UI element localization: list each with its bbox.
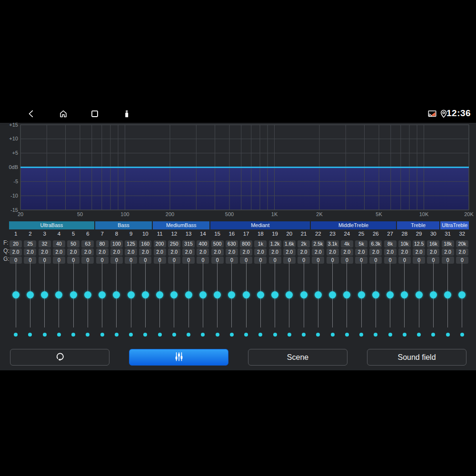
eq-band-slider-11[interactable] xyxy=(153,261,167,339)
eq-band-slider-31[interactable] xyxy=(441,261,455,339)
band-dot[interactable] xyxy=(288,333,291,337)
band-dot[interactable] xyxy=(201,333,205,337)
eq-band-slider-28[interactable] xyxy=(397,261,412,339)
equalizer-button[interactable] xyxy=(129,349,228,366)
band-dot[interactable] xyxy=(57,333,61,337)
home-button[interactable] xyxy=(58,109,69,119)
slider-knob[interactable] xyxy=(271,291,278,298)
band-dot[interactable] xyxy=(359,333,363,337)
band-dot[interactable] xyxy=(14,333,18,337)
scene-button[interactable]: Scene xyxy=(248,349,347,366)
band-dot[interactable] xyxy=(187,333,190,337)
sound-field-button[interactable]: Sound field xyxy=(367,349,466,366)
slider-knob[interactable] xyxy=(430,291,437,298)
band-dot[interactable] xyxy=(230,333,234,337)
band-dot[interactable] xyxy=(403,333,407,337)
band-dot[interactable] xyxy=(316,333,320,337)
eq-band-slider-30[interactable] xyxy=(426,261,440,339)
slider-knob[interactable] xyxy=(358,291,365,298)
eq-band-slider-22[interactable] xyxy=(311,261,325,339)
slider-knob[interactable] xyxy=(416,291,423,298)
slider-knob[interactable] xyxy=(156,291,163,298)
slider-knob[interactable] xyxy=(315,291,322,298)
eq-band-slider-15[interactable] xyxy=(210,261,225,339)
band-dot[interactable] xyxy=(129,333,133,337)
eq-band-slider-25[interactable] xyxy=(354,261,368,339)
slider-knob[interactable] xyxy=(27,291,34,298)
slider-knob[interactable] xyxy=(257,291,264,298)
band-dot[interactable] xyxy=(388,333,392,337)
band-dot[interactable] xyxy=(446,333,450,337)
eq-band-slider-16[interactable] xyxy=(225,261,239,339)
slider-knob[interactable] xyxy=(214,291,221,298)
slider-knob[interactable] xyxy=(142,291,149,298)
slider-knob[interactable] xyxy=(113,291,120,298)
eq-band-slider-1[interactable] xyxy=(9,261,23,339)
slider-knob[interactable] xyxy=(329,291,336,298)
slider-knob[interactable] xyxy=(401,291,408,298)
eq-band-slider-9[interactable] xyxy=(124,261,138,339)
slider-knob[interactable] xyxy=(41,291,48,298)
eq-band-slider-19[interactable] xyxy=(268,261,282,339)
band-dot[interactable] xyxy=(374,333,377,337)
eq-band-slider-6[interactable] xyxy=(80,261,95,339)
slider-knob[interactable] xyxy=(228,291,235,298)
eq-band-slider-14[interactable] xyxy=(196,261,210,339)
band-dot[interactable] xyxy=(345,333,349,337)
slider-knob[interactable] xyxy=(387,291,394,298)
eq-band-slider-23[interactable] xyxy=(326,261,340,339)
band-dot[interactable] xyxy=(244,333,248,337)
slider-knob[interactable] xyxy=(70,291,77,298)
usb-icon[interactable] xyxy=(121,109,132,119)
eq-band-slider-2[interactable] xyxy=(23,261,37,339)
eq-band-slider-12[interactable] xyxy=(167,261,181,339)
band-dot[interactable] xyxy=(417,333,421,337)
band-dot[interactable] xyxy=(431,333,435,337)
eq-band-slider-27[interactable] xyxy=(383,261,397,339)
slider-knob[interactable] xyxy=(185,291,192,298)
eq-band-slider-5[interactable] xyxy=(66,261,80,339)
eq-band-slider-26[interactable] xyxy=(368,261,383,339)
eq-band-slider-32[interactable] xyxy=(455,261,469,339)
band-dot[interactable] xyxy=(331,333,335,337)
band-dot[interactable] xyxy=(302,333,306,337)
slider-knob[interactable] xyxy=(84,291,91,298)
slider-knob[interactable] xyxy=(343,291,350,298)
reset-button[interactable] xyxy=(10,349,109,366)
band-dot[interactable] xyxy=(273,333,277,337)
slider-knob[interactable] xyxy=(55,291,62,298)
band-dot[interactable] xyxy=(172,333,176,337)
eq-band-slider-29[interactable] xyxy=(412,261,426,339)
slider-knob[interactable] xyxy=(12,291,20,298)
back-button[interactable] xyxy=(26,109,37,119)
slider-knob[interactable] xyxy=(243,291,250,298)
band-dot[interactable] xyxy=(71,333,75,337)
band-dot[interactable] xyxy=(158,333,162,337)
slider-knob[interactable] xyxy=(444,291,451,298)
eq-band-slider-8[interactable] xyxy=(109,261,124,339)
slider-knob[interactable] xyxy=(300,291,307,298)
eq-band-slider-20[interactable] xyxy=(282,261,297,339)
eq-band-slider-17[interactable] xyxy=(239,261,253,339)
eq-band-slider-3[interactable] xyxy=(38,261,52,339)
slider-knob[interactable] xyxy=(458,291,466,298)
slider-knob[interactable] xyxy=(170,291,178,298)
band-dot[interactable] xyxy=(460,333,464,337)
eq-band-slider-10[interactable] xyxy=(138,261,152,339)
band-dot[interactable] xyxy=(143,333,147,337)
eq-band-slider-18[interactable] xyxy=(253,261,268,339)
eq-band-slider-24[interactable] xyxy=(340,261,354,339)
recents-button[interactable] xyxy=(89,109,100,119)
eq-band-slider-4[interactable] xyxy=(52,261,66,339)
band-dot[interactable] xyxy=(43,333,47,337)
slider-knob[interactable] xyxy=(99,291,106,298)
eq-band-slider-21[interactable] xyxy=(297,261,311,339)
slider-knob[interactable] xyxy=(199,291,207,298)
band-dot[interactable] xyxy=(86,333,89,337)
band-dot[interactable] xyxy=(258,333,262,337)
eq-band-slider-13[interactable] xyxy=(181,261,196,339)
band-dot[interactable] xyxy=(216,333,219,337)
slider-knob[interactable] xyxy=(372,291,379,298)
band-dot[interactable] xyxy=(100,333,104,337)
eq-band-slider-7[interactable] xyxy=(95,261,109,339)
